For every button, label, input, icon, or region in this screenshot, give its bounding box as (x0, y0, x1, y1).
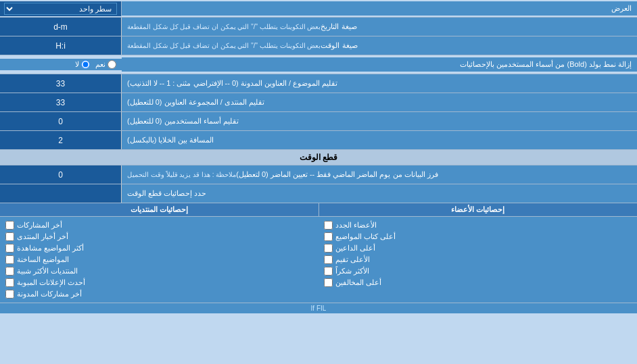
bold-remove-no-label: لا (75, 60, 90, 69)
checkbox-item: أعلى الداعين (324, 242, 632, 254)
checkbox-hot-topics[interactable] (5, 255, 14, 264)
checkbox-item: الأكثر شكراً (324, 265, 632, 277)
checkbox-item: المواضيع الساخنة (5, 254, 313, 265)
checkbox-item: أعلى المخالفين (324, 277, 632, 288)
checkbox-item: أخر مشاركات المدونة (5, 288, 313, 300)
stats-label-row: حدد إحصائيات قطع الوقت (0, 184, 637, 203)
time-cut-row: فرز البيانات من يوم الماضر الماضي فقط --… (0, 165, 637, 184)
display-input-cell: سطر واحد سطرين ثلاثة أسطر (0, 1, 122, 16)
display-select[interactable]: سطر واحد سطرين ثلاثة أسطر (4, 3, 117, 15)
topic-titles-label: تقليم الموضوع / العناوين المدونة (0 -- ا… (122, 74, 637, 93)
bold-remove-yes-radio[interactable] (108, 60, 116, 69)
checkbox-latest-classified[interactable] (5, 278, 14, 287)
checkbox-latest-news[interactable] (5, 232, 14, 241)
checkbox-top-inviters[interactable] (324, 244, 333, 253)
col2-header: إحصائيات المنتديات (0, 203, 318, 216)
topic-titles-input-cell (0, 74, 122, 93)
date-format-input-cell (0, 18, 122, 36)
checkbox-item: المنتديات الأكثر شبية (5, 265, 313, 277)
checkbox-item: الأعضاء الجدد (324, 219, 632, 231)
forum-titles-input-cell (0, 93, 122, 111)
cell-spacing-label: المسافة بين الخلايا (بالبكسل) (122, 131, 637, 149)
checkbox-most-thanked[interactable] (324, 267, 333, 276)
checkbox-item: أخر أخبار المنتدى (5, 231, 313, 242)
bold-remove-options: نعم لا (0, 59, 122, 70)
stats-label-input-cell (0, 184, 122, 203)
main-container: العرض سطر واحد سطرين ثلاثة أسطر صيغة الت… (0, 0, 637, 313)
checkbox-item: أخر المشاركات (5, 219, 313, 231)
date-format-row: صيغة التاريخ بعض التكوينات يتطلب "/" الت… (0, 18, 637, 36)
time-format-input[interactable] (4, 41, 117, 51)
display-row: العرض سطر واحد سطرين ثلاثة أسطر (0, 0, 637, 18)
checkbox-item: الأعلى تقيم (324, 254, 632, 265)
usernames-row: تقليم أسماء المستخدمين (0 للتعطيل) (0, 112, 637, 131)
checkbox-item: أعلى كتاب المواضيع (324, 231, 632, 242)
usernames-input-cell (0, 112, 122, 130)
date-format-input[interactable] (4, 22, 117, 32)
time-cut-header: قطع الوقت (0, 150, 637, 165)
checkboxes-area: الأعضاء الجدد أعلى كتاب المواضيع أعلى ال… (0, 217, 637, 303)
date-format-label: صيغة التاريخ بعض التكوينات يتطلب "/" الت… (122, 18, 637, 36)
topic-titles-row: تقليم الموضوع / العناوين المدونة (0 -- ا… (0, 74, 637, 93)
time-cut-label: فرز البيانات من يوم الماضر الماضي فقط --… (122, 165, 637, 184)
checkbox-most-viewed[interactable] (5, 244, 14, 253)
cell-spacing-input[interactable] (4, 136, 117, 145)
bold-remove-row: إزالة نمط بولد (Bold) من أسماء المستخدمي… (0, 55, 637, 74)
bold-remove-yes-label: نعم (95, 60, 116, 69)
display-label: العرض (122, 1, 637, 16)
checkbox-new-members[interactable] (324, 221, 333, 230)
forum-titles-label: تقليم المنتدى / المجموعة العناوين (0 للت… (122, 93, 637, 111)
col-divider (318, 203, 319, 216)
topic-titles-input[interactable] (4, 79, 117, 88)
time-format-input-cell (0, 36, 122, 55)
checkbox-most-popular-forums[interactable] (5, 267, 14, 276)
checkbox-headers: إحصائيات الأعضاء إحصائيات المنتديات (0, 203, 637, 217)
cell-spacing-input-cell (0, 131, 122, 149)
checkbox-top-rated[interactable] (324, 255, 333, 264)
checkbox-col-forums: أخر المشاركات أخر أخبار المنتدى أكثر الم… (0, 219, 318, 300)
checkbox-col-members: الأعضاء الجدد أعلى كتاب المواضيع أعلى ال… (318, 219, 637, 300)
bold-remove-no-radio[interactable] (81, 60, 90, 69)
time-format-label: صيغة الوقت بعض التكوينات يتطلب "/" التي … (122, 36, 637, 55)
col1-header: إحصائيات الأعضاء (319, 203, 638, 216)
checkbox-top-writers[interactable] (324, 232, 333, 241)
cell-spacing-row: المسافة بين الخلايا (بالبكسل) (0, 131, 637, 150)
stats-label: حدد إحصائيات قطع الوقت (122, 184, 637, 203)
forum-titles-input[interactable] (4, 98, 117, 107)
bold-remove-label: إزالة نمط بولد (Bold) من أسماء المستخدمي… (122, 57, 637, 72)
usernames-input[interactable] (4, 117, 117, 126)
checkbox-latest-posts[interactable] (5, 221, 14, 230)
time-cut-input[interactable] (4, 170, 117, 180)
usernames-label: تقليم أسماء المستخدمين (0 للتعطيل) (122, 112, 637, 130)
checkbox-top-violators[interactable] (324, 278, 333, 287)
checkbox-latest-blog[interactable] (5, 290, 14, 298)
time-cut-input-cell (0, 165, 122, 184)
checkbox-item: أحدث الإعلانات المبوبة (5, 277, 313, 288)
checkbox-item: أكثر المواضيع مشاهدة (5, 242, 313, 254)
bottom-note: If FIL (0, 303, 637, 313)
time-format-row: صيغة الوقت بعض التكوينات يتطلب "/" التي … (0, 36, 637, 55)
forum-titles-row: تقليم المنتدى / المجموعة العناوين (0 للت… (0, 93, 637, 112)
